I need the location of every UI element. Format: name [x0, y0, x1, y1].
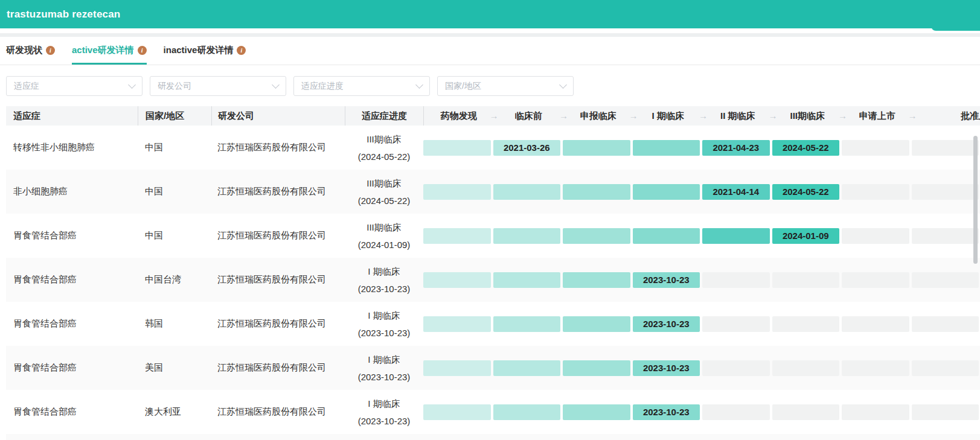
cell-progress-phase: I 期临床: [368, 263, 400, 280]
phase-segment: [423, 228, 491, 244]
filter-indication[interactable]: 适应症: [6, 76, 143, 96]
phase-segment: [423, 272, 491, 288]
info-icon[interactable]: i: [237, 46, 246, 55]
vertical-scrollbar-thumb[interactable]: [973, 136, 978, 264]
table-row: 胃食管结合部癌中国江苏恒瑞医药股份有限公司III期临床(2024-01-09)2…: [6, 214, 980, 258]
phase-column-label: 申报临床: [580, 110, 617, 121]
phase-segment: [563, 184, 630, 200]
phase-segment: 2024-05-22: [772, 184, 840, 200]
phase-segment: [772, 404, 840, 420]
phase-segment: [842, 316, 909, 332]
chevron-down-icon: [559, 81, 567, 89]
filter-progress-placeholder: 适应症进度: [301, 81, 344, 92]
filter-progress[interactable]: 适应症进度: [293, 76, 430, 96]
cell-progress-date: (2023-10-23): [358, 368, 411, 386]
phase-segment: [633, 184, 700, 200]
cell-region: 中国: [138, 214, 211, 258]
phase-segment: [912, 316, 979, 332]
phase-segment: [702, 272, 770, 288]
filter-company[interactable]: 研发公司: [150, 76, 286, 96]
phase-segment: 2021-03-26: [493, 140, 561, 156]
cell-progress: III期临床(2024-05-22): [345, 170, 423, 214]
phase-segment: [772, 272, 840, 288]
phase-segment: [563, 140, 630, 156]
page-title: trastuzumab rezetecan: [7, 8, 120, 21]
cell-progress-phase: III期临床: [367, 130, 402, 148]
phase-segment: [842, 184, 909, 200]
phase-progress-bar: 2024-01-09: [423, 214, 980, 258]
table-row: 胃食管结合部癌澳大利亚江苏恒瑞医药股份有限公司I 期临床(2023-10-23)…: [6, 390, 980, 434]
cell-indication: 非小细胞肺癌: [6, 170, 138, 214]
table-row: 胃食管结合部癌美国江苏恒瑞医药股份有限公司I 期临床(2023-10-23)20…: [6, 346, 980, 390]
cell-region: 美国: [138, 346, 211, 390]
phase-segment: [493, 184, 561, 200]
cell-progress: I 期临床(2023-10-23): [345, 258, 423, 302]
phase-segment: [772, 360, 840, 376]
phase-progress-bar: 2023-10-23: [423, 346, 980, 390]
cell-progress-phase: I 期临床: [368, 351, 400, 368]
phase-segment: 2023-10-23: [633, 404, 700, 420]
cell-indication: 胃食管结合部癌: [6, 258, 138, 302]
chevron-down-icon: [272, 81, 280, 89]
cell-company: 江苏恒瑞医药股份有限公司: [211, 390, 345, 434]
phase-column-header: II 期临床→: [703, 110, 773, 122]
info-icon[interactable]: i: [46, 46, 55, 55]
phase-segment: [493, 360, 561, 376]
tab-rd-status[interactable]: 研发现状i: [6, 38, 55, 65]
phase-column-header: III期临床→: [773, 110, 843, 122]
cell-region: 中国: [138, 126, 211, 170]
cell-progress-date: (2024-05-22): [358, 192, 411, 209]
phase-segment: [493, 228, 561, 244]
phase-segment: [563, 404, 630, 420]
column-header-4: 适应症进度: [345, 106, 423, 126]
pipeline-table: 适应症国家/地区研发公司适应症进度药物发现→临床前→申报临床→I 期临床→II …: [6, 106, 980, 440]
tab-inactive-rd-details-label: inactive研发详情: [164, 45, 234, 56]
phase-segment: 2023-10-23: [633, 272, 700, 288]
cell-progress: I 期临床(2023-10-23): [345, 390, 423, 434]
phase-progress-bar: 2021-04-142024-05-22: [423, 170, 980, 214]
page-background-strip: [0, 33, 980, 37]
phase-segment: [702, 228, 770, 244]
phase-segment: [912, 360, 979, 376]
column-header-2: 国家/地区: [138, 106, 211, 126]
phase-segment: [912, 184, 979, 200]
phase-segment: [633, 140, 700, 156]
cell-region: 澳大利亚: [138, 390, 211, 434]
cell-progress: I 期临床(2023-10-23): [345, 346, 423, 390]
phase-column-label: 申请上市: [859, 110, 895, 121]
chevron-down-icon: [415, 81, 423, 89]
filter-indication-placeholder: 适应症: [14, 81, 39, 92]
phase-segment: 2023-10-23: [633, 316, 700, 332]
phase-segment: [423, 140, 491, 156]
phase-segment: [563, 272, 630, 288]
phase-column-header: 临床前→: [494, 110, 564, 122]
cell-company: 江苏恒瑞医药股份有限公司: [211, 126, 345, 170]
cell-company: 江苏恒瑞医药股份有限公司: [211, 170, 345, 214]
cell-progress: I 期临床(2023-10-23): [345, 302, 423, 346]
phase-segment: [772, 316, 840, 332]
phase-segment: [493, 316, 561, 332]
filter-company-placeholder: 研发公司: [158, 81, 191, 92]
phase-progress-bar: 2023-10-23: [423, 390, 980, 434]
filter-bar: 适应症研发公司适应症进度国家/地区: [6, 76, 574, 96]
phase-segment: [423, 404, 491, 420]
cell-indication: 胃食管结合部癌: [6, 390, 138, 434]
phase-segment: [563, 228, 630, 244]
phase-segment: 2021-04-14: [702, 184, 770, 200]
phase-segment: [633, 228, 700, 244]
tab-rd-status-label: 研发现状: [6, 45, 42, 56]
phase-segment: [702, 360, 770, 376]
cell-indication: 胃食管结合部癌: [6, 302, 138, 346]
tab-inactive-rd-details[interactable]: inactive研发详情i: [164, 38, 246, 65]
phase-segment: [493, 404, 561, 420]
phase-segment: [563, 360, 630, 376]
cell-region: 中国: [138, 170, 211, 214]
phase-column-label: 临床前: [515, 110, 542, 121]
info-icon[interactable]: i: [138, 46, 147, 55]
phase-segment: [563, 316, 630, 332]
phase-column-label: 批准上市: [961, 110, 980, 121]
filter-region[interactable]: 国家/地区: [437, 76, 574, 96]
cell-progress-phase: I 期临床: [368, 395, 400, 412]
tab-active-rd-details[interactable]: active研发详情i: [72, 38, 147, 65]
phase-segment: [912, 272, 979, 288]
